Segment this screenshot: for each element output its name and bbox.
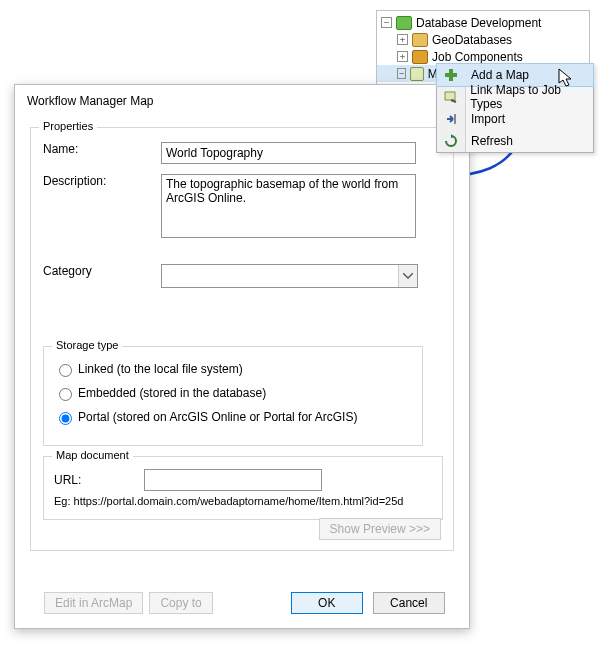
category-combo[interactable] <box>161 264 418 288</box>
add-icon <box>437 68 465 82</box>
radio-label: Portal (stored on ArcGIS Online or Porta… <box>78 410 357 424</box>
copy-to-button[interactable]: Copy to <box>149 592 212 614</box>
menu-item-refresh[interactable]: Refresh <box>437 130 593 152</box>
description-label: Description: <box>43 174 161 188</box>
description-field[interactable] <box>161 174 416 238</box>
svg-rect-3 <box>454 114 456 124</box>
menu-item-label: Add a Map <box>465 68 529 82</box>
menu-item-label: Import <box>465 112 505 126</box>
properties-groupbox: Properties Name: Description: Category S… <box>30 127 454 551</box>
map-document-groupbox: Map document URL: Eg: https://portal.dom… <box>43 456 443 520</box>
radio-embedded-row[interactable]: Embedded (stored in the database) <box>44 381 422 405</box>
tree-root-row[interactable]: − Database Development <box>377 14 589 31</box>
url-field[interactable] <box>144 469 322 491</box>
database-icon <box>396 16 412 30</box>
url-label: URL: <box>54 473 144 487</box>
chevron-down-icon[interactable] <box>398 265 417 287</box>
tree-item-label: Job Components <box>432 50 523 64</box>
import-icon <box>437 112 465 126</box>
radio-label: Linked (to the local file system) <box>78 362 243 376</box>
tree-item-geodatabases[interactable]: + GeoDatabases <box>377 31 589 48</box>
radio-linked-row[interactable]: Linked (to the local file system) <box>44 357 422 381</box>
expand-icon[interactable]: + <box>397 51 408 62</box>
radio-portal-row[interactable]: Portal (stored on ArcGIS Online or Porta… <box>44 405 422 429</box>
radio-portal[interactable] <box>59 412 72 425</box>
menu-item-label: Link Maps to Job Types <box>464 83 593 111</box>
groupbox-label: Map document <box>52 449 133 461</box>
cancel-button[interactable]: Cancel <box>373 592 445 614</box>
url-example: Eg: https://portal.domain.com/webadaptor… <box>54 495 403 507</box>
category-label: Category <box>43 264 161 278</box>
context-menu: Add a Map Link Maps to Job Types Import … <box>436 63 594 153</box>
category-value <box>162 265 166 279</box>
groupbox-label: Storage type <box>52 339 122 351</box>
radio-linked[interactable] <box>59 364 72 377</box>
workflow-manager-map-dialog: Workflow Manager Map Properties Name: De… <box>14 84 470 629</box>
link-icon <box>437 90 464 104</box>
name-field[interactable] <box>161 142 416 164</box>
map-icon <box>410 67 423 81</box>
menu-item-link-maps[interactable]: Link Maps to Job Types <box>437 86 593 108</box>
expand-icon[interactable]: + <box>397 34 408 45</box>
folder-icon <box>412 33 428 47</box>
dialog-button-row: Edit in ArcMap Copy to OK Cancel <box>44 592 445 614</box>
edit-in-arcmap-button[interactable]: Edit in ArcMap <box>44 592 143 614</box>
radio-label: Embedded (stored in the database) <box>78 386 266 400</box>
tree-item-label: GeoDatabases <box>432 33 512 47</box>
storage-type-groupbox: Storage type Linked (to the local file s… <box>43 346 423 446</box>
radio-embedded[interactable] <box>59 388 72 401</box>
collapse-icon[interactable]: − <box>397 68 406 79</box>
menu-item-label: Refresh <box>465 134 513 148</box>
name-label: Name: <box>43 142 161 156</box>
menu-item-import[interactable]: Import <box>437 108 593 130</box>
refresh-icon <box>437 134 465 148</box>
groupbox-label: Properties <box>39 120 97 132</box>
svg-rect-1 <box>445 73 457 77</box>
tree-root-label: Database Development <box>416 16 541 30</box>
dialog-title: Workflow Manager Map <box>15 85 469 110</box>
ok-button[interactable]: OK <box>291 592 363 614</box>
collapse-icon[interactable]: − <box>381 17 392 28</box>
svg-rect-2 <box>445 92 455 100</box>
show-preview-button[interactable]: Show Preview >>> <box>319 518 441 540</box>
components-icon <box>412 50 428 64</box>
